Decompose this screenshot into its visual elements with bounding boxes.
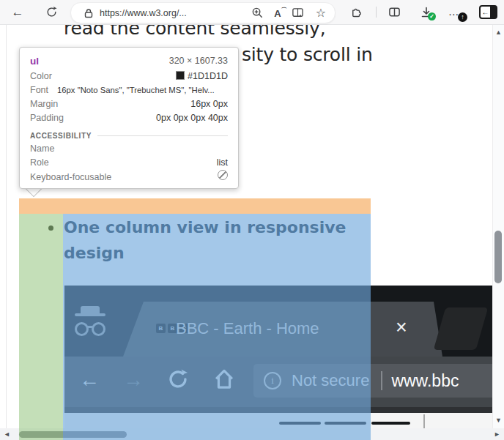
devtools-content-highlight	[63, 214, 371, 440]
download-icon: ✓	[420, 7, 432, 18]
content-dash	[371, 422, 410, 425]
not-allowed-icon	[218, 170, 228, 184]
vertical-scrollbar-thumb[interactable]	[494, 231, 502, 283]
section-rule	[97, 135, 228, 136]
devtools-element-tooltip: ul 320 × 1607.33 Color #1D1D1D Font 16px…	[19, 47, 239, 189]
mobile-tab-close-icon: ×	[396, 316, 407, 339]
address-divider	[381, 371, 382, 390]
a11y-label: Role	[30, 156, 49, 170]
toolbar-divider	[376, 7, 377, 18]
a11y-label: Keyboard-focusable	[30, 171, 111, 184]
favorites-star-icon[interactable]: ☆	[316, 7, 326, 19]
property-value: 16px "Noto Sans", "Trebuchet MS", "Helv.…	[57, 83, 228, 97]
read-aloud-icon[interactable]: A⌒	[274, 7, 286, 19]
settings-more-button[interactable]: ··· ↑	[445, 3, 466, 22]
paragraph-line-2-fragment: sity to scroll in	[242, 44, 373, 65]
address-bar[interactable]: https://www.w3.org/... A⌒ ☆	[70, 2, 336, 23]
sidebar-icon: ←	[479, 5, 497, 19]
update-badge: ↑	[458, 12, 467, 22]
more-dots-icon: ··· ↑	[449, 7, 462, 18]
lock-icon[interactable]	[84, 8, 94, 18]
scroll-up-arrow[interactable]: ▲	[495, 29, 502, 36]
property-value: #1D1D1D	[176, 70, 228, 83]
url-text[interactable]: https://www.w3.org/...	[100, 8, 187, 18]
split-screen-icon	[388, 6, 401, 18]
browser-toolbar: ← https://www.w3.org/... A⌒	[0, 0, 504, 25]
color-swatch	[176, 71, 185, 80]
refresh-icon	[45, 6, 58, 18]
element-dimensions: 320 × 1607.33	[169, 54, 228, 68]
back-button[interactable]: ←	[7, 3, 28, 22]
a11y-label: Name	[30, 142, 54, 156]
content-vertical-rule	[423, 414, 425, 428]
refresh-button[interactable]	[41, 3, 62, 22]
download-done-badge: ✓	[428, 12, 436, 20]
downloads-button[interactable]: ✓	[416, 3, 437, 22]
property-value: 16px 0px	[190, 97, 228, 111]
scroll-left-arrow[interactable]: ◄	[4, 431, 10, 438]
mobile-background-tab	[434, 307, 489, 350]
property-label: Margin	[30, 97, 58, 111]
sidebar-toggle-button[interactable]: ←	[478, 3, 498, 22]
devtools-margin-highlight	[19, 198, 371, 214]
browser-window: read the content seamlessly, sity to scr…	[0, 0, 504, 440]
immersive-reader-icon[interactable]	[292, 7, 304, 19]
element-tag: ul	[30, 54, 39, 68]
page-left-border	[6, 24, 7, 428]
scroll-down-arrow[interactable]: ▼	[495, 417, 502, 424]
zoom-in-icon[interactable]	[251, 7, 264, 19]
property-label: Padding	[30, 111, 64, 125]
split-screen-button[interactable]	[384, 3, 404, 22]
scroll-right-arrow[interactable]: ►	[494, 431, 500, 438]
property-label: Color	[30, 70, 52, 83]
extensions-button[interactable]	[346, 3, 366, 22]
vertical-scrollbar[interactable]	[492, 24, 504, 428]
devtools-padding-highlight	[19, 214, 63, 440]
property-label: Font	[30, 83, 48, 97]
accessibility-section-header: ACCESSIBILITY	[30, 132, 228, 140]
mobile-url-text: www.bbc	[391, 371, 459, 391]
puzzle-icon	[350, 6, 363, 18]
a11y-value: list	[217, 156, 228, 170]
property-value: 0px 0px 0px 40px	[156, 111, 228, 125]
